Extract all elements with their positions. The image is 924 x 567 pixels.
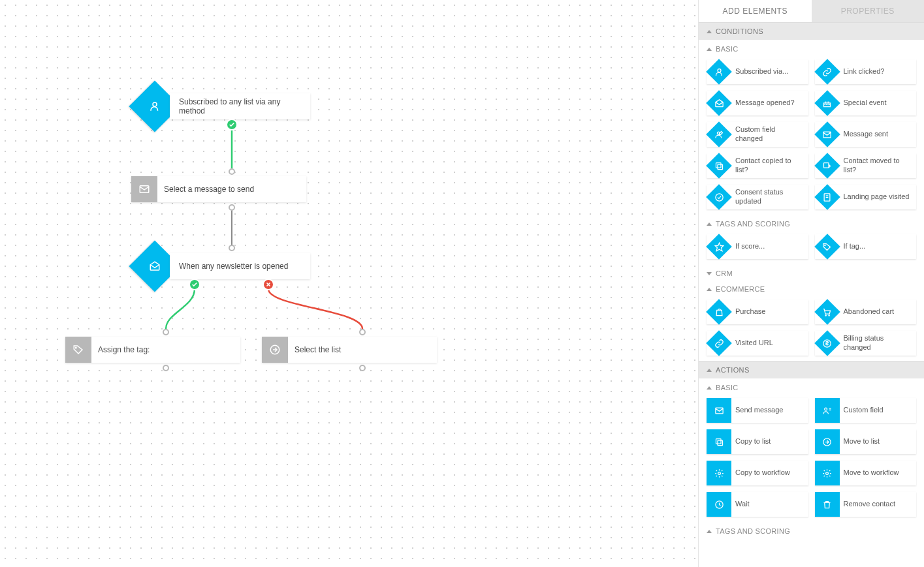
mailsent-icon <box>815 122 840 147</box>
node-label: When any newsletter is opened <box>179 262 288 271</box>
personfield-icon <box>815 398 840 423</box>
svg-rect-12 <box>824 162 829 168</box>
palette-item[interactable]: Move to list <box>815 429 917 454</box>
palette-item[interactable]: Message opened? <box>707 91 808 115</box>
tag-icon-box <box>65 337 91 363</box>
connector-dot[interactable] <box>359 329 366 335</box>
svg-rect-27 <box>716 438 721 444</box>
connector-dot[interactable] <box>229 168 235 175</box>
tab-add-elements[interactable]: ADD ELEMENTS <box>699 0 812 22</box>
node-newsletter-opened[interactable]: When any newsletter is opened <box>170 253 310 279</box>
connector-dot[interactable] <box>229 245 235 251</box>
palette-item-label: Copy to workflow <box>731 468 795 478</box>
cart-icon <box>815 299 840 324</box>
chevron-up-icon <box>707 369 712 372</box>
clock-icon <box>707 492 731 517</box>
section-conditions[interactable]: CONDITIONS <box>699 22 924 40</box>
palette-item-label: Send message <box>731 406 788 415</box>
palette-item-label: Message sent <box>840 130 893 139</box>
tag-icon <box>72 344 84 356</box>
palette-item[interactable]: Move to workflow <box>815 461 917 485</box>
palette-item-label: Consent status updated <box>731 188 808 206</box>
palette-item-label: Special event <box>840 99 892 108</box>
chevron-up-icon <box>707 530 712 533</box>
personedit-icon <box>707 122 731 147</box>
svg-point-19 <box>825 314 826 315</box>
subsection-actions-basic[interactable]: BASIC <box>699 378 924 394</box>
palette-item[interactable]: Link clicked? <box>815 59 917 84</box>
move-icon <box>269 344 281 356</box>
chevron-down-icon <box>707 272 712 275</box>
node-select-list[interactable]: Select the list <box>262 337 437 363</box>
palette-item[interactable]: If tag... <box>815 234 917 259</box>
tab-properties[interactable]: PROPERTIES <box>812 0 925 22</box>
node-label: Assign the tag: <box>91 337 159 363</box>
palette-item[interactable]: Remove contact <box>815 492 917 517</box>
page-icon <box>815 185 840 209</box>
subsection-actions-tags[interactable]: TAGS AND SCORING <box>699 522 924 538</box>
node-assign-tag[interactable]: Assign the tag: <box>65 337 240 363</box>
section-actions[interactable]: ACTIONS <box>699 361 924 378</box>
palette-item[interactable]: Abandoned cart <box>815 299 917 324</box>
palette-item-label: Landing page visited <box>840 192 915 202</box>
palette-item[interactable]: Billing status changed <box>815 331 917 356</box>
svg-point-4 <box>76 347 77 348</box>
copy-icon <box>707 153 731 178</box>
connector-dot[interactable] <box>229 204 235 211</box>
mail-open-icon <box>149 260 161 272</box>
palette-item[interactable]: Landing page visited <box>815 185 917 209</box>
movecircle-icon <box>815 429 840 454</box>
palette-item-label: Copy to list <box>731 437 776 446</box>
palette-item[interactable]: Visited URL <box>707 331 808 356</box>
node-subscribed-condition[interactable]: Subscribed to any list via any method <box>170 93 310 119</box>
workflow-canvas[interactable]: Subscribed to any list via any method Se… <box>0 0 698 567</box>
palette-item[interactable]: Custom field <box>815 398 917 423</box>
palette-item[interactable]: Wait <box>707 492 808 517</box>
palette-item[interactable]: Contact moved to list? <box>815 153 917 178</box>
palette-item[interactable]: Copy to list <box>707 429 808 454</box>
yes-badge <box>189 279 200 290</box>
conditions-ecom-grid: PurchaseAbandoned cartVisited URLBilling… <box>699 296 924 361</box>
palette-item[interactable]: Custom field changed <box>707 122 808 147</box>
mail-icon <box>707 398 731 423</box>
star-icon <box>707 234 731 259</box>
palette-item-label: If tag... <box>840 242 871 251</box>
subsection-basic[interactable]: BASIC <box>699 40 924 55</box>
trash-icon <box>815 492 840 517</box>
conditions-tags-grid: If score...If tag... <box>699 230 924 264</box>
node-label: Select a message to send <box>157 176 263 202</box>
palette-item[interactable]: Copy to workflow <box>707 461 808 485</box>
subsection-ecommerce[interactable]: ECOMMERCE <box>699 280 924 296</box>
palette-item[interactable]: Contact copied to list? <box>707 153 808 178</box>
palette-item[interactable]: Send message <box>707 398 808 423</box>
palette-item[interactable]: If score... <box>707 234 808 259</box>
connector-dot[interactable] <box>359 365 366 371</box>
subsection-crm[interactable]: CRM <box>699 264 924 280</box>
person-icon <box>707 59 731 84</box>
palette-item[interactable]: Subscribed via... <box>707 59 808 84</box>
bag-icon <box>707 299 731 324</box>
check-icon <box>229 121 235 128</box>
copy-icon <box>707 429 731 454</box>
connector-dot[interactable] <box>163 329 169 335</box>
connector-dot[interactable] <box>163 365 169 371</box>
palette-item[interactable]: Special event <box>815 91 917 115</box>
node-label: Select the list <box>288 337 350 363</box>
check-icon <box>191 281 198 288</box>
cake-icon <box>815 91 840 115</box>
chevron-up-icon <box>707 30 712 33</box>
url-icon <box>707 331 731 356</box>
arrow-circle-icon-box <box>262 337 288 363</box>
subsection-tags-scoring[interactable]: TAGS AND SCORING <box>699 215 924 230</box>
palette-item[interactable]: Consent status updated <box>707 185 808 209</box>
connectors <box>0 0 698 567</box>
svg-point-23 <box>825 408 827 410</box>
palette-item-label: If score... <box>731 242 770 251</box>
svg-rect-26 <box>718 440 723 446</box>
palette-item[interactable]: Message sent <box>815 122 917 147</box>
node-select-message[interactable]: Select a message to send <box>131 176 306 202</box>
no-badge <box>263 279 274 290</box>
palette-item[interactable]: Purchase <box>707 299 808 324</box>
palette-item-label: Billing status changed <box>840 334 917 352</box>
chevron-up-icon <box>707 48 712 51</box>
